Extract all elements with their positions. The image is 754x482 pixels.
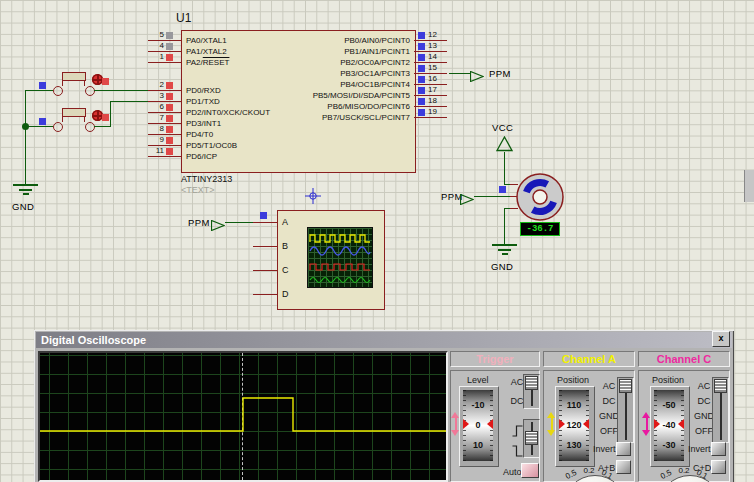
invert-button[interactable] [711,442,726,456]
channel-a-section: Channel A Position 100110120130 ACDCGNDO… [543,351,635,482]
graph-pin-label: C [282,265,289,275]
wheel-marker-right [678,419,684,429]
pin-state-indicator [166,82,173,89]
slider-knob[interactable] [714,379,727,393]
ppm-label: PPM [489,68,511,79]
pin-label: PB5/MOSI/DI/SDA/PCINT5 [286,91,410,100]
mini-trace-yellow [310,235,370,242]
chip-text-tag: <TEXT> [181,185,215,195]
channel-a-position-wheel[interactable]: 100110120130 [555,386,595,467]
pin-state-indicator [418,98,425,105]
button-cap[interactable] [62,72,86,81]
ground-bar [492,244,517,246]
button-cap[interactable] [62,108,86,117]
wheel-value: -30 [654,441,684,450]
ground-bar [498,249,511,251]
position-adjust-arrows[interactable] [642,412,651,436]
terminal-arrow-icon [470,71,484,82]
wheel-value: 130 [559,441,589,450]
pin-state-indicator [166,54,173,61]
invert-label: Invert [688,444,711,454]
channel-a-mode-slider[interactable] [617,377,634,443]
knob-value-label: 0.2 [580,466,598,475]
graph-pin-stub [253,294,277,295]
ppm-terminal[interactable] [211,217,225,235]
pin-state-indicator [166,115,173,122]
close-button[interactable]: x [712,331,730,347]
pin-state-indicator [166,32,173,39]
window-titlebar[interactable]: Digital Oscilloscope [36,332,732,348]
pin-label: PD6/ICP [186,152,217,161]
pin-state-indicator [418,32,425,39]
button-terminal [53,86,63,96]
level-adjust-arrows[interactable] [451,412,460,436]
wheel-marker-right [583,419,589,429]
pin-label: PB2/OC0A/PCINT2 [286,58,410,67]
knob-value-label: 0.2 [675,466,693,475]
ppm-label: PPM [188,217,210,228]
sum-button[interactable] [616,460,631,474]
pin-state-indicator [39,82,46,89]
oscilloscope-window: Digital Oscilloscope x Trigger Level -10… [34,330,734,482]
pin-label: PB0/AIN0/PCINT0 [286,36,410,45]
wire-junction-dot [22,123,29,130]
slider-knob[interactable] [525,431,538,445]
pin-state-indicator [102,114,109,121]
pin-number: 12 [428,30,452,39]
wire [110,101,111,127]
chip-refdes: U1 [176,11,191,25]
pin-state-indicator [166,126,173,133]
pin-label: PD4/T0 [186,130,213,139]
edge-slider[interactable] [523,419,540,458]
channel-c-section: Channel C Position -50-40-30 ACDCGNDOFF … [638,351,730,482]
pin-number: 4 [138,41,164,50]
mini-scope-screen [307,227,373,288]
invert-button[interactable] [616,442,631,456]
wire [25,90,53,91]
trigger-section: Trigger Level -10010 ACDC [450,351,540,482]
pin-state-indicator [102,78,109,85]
coupling-slider[interactable] [523,374,540,409]
graph-pin-stub [253,270,277,271]
position-label: Position [652,375,684,385]
pin-number: 17 [428,85,452,94]
graph-pin-stub [253,246,277,247]
ppm-terminal[interactable] [460,191,474,209]
ground-bar [13,184,38,186]
sum-button[interactable] [711,460,726,474]
rising-edge-icon[interactable] [512,423,523,441]
slider-knob[interactable] [525,376,538,390]
pin-number: 19 [428,107,452,116]
falling-edge-icon[interactable] [512,443,523,461]
channel-c-position-wheel[interactable]: -50-40-30 [650,386,690,467]
wire [94,126,111,127]
ground-bar [23,193,29,195]
trace-channel-a [40,398,446,431]
ground-bar [502,253,508,255]
auto-label: Auto [503,467,522,477]
vcc-arrow-icon [496,136,513,152]
terminal-arrow-icon [211,220,225,231]
wheel-value: 110 [559,401,589,410]
pin-number: 1 [138,52,164,61]
pin-label: PD5/T1/OC0B [186,141,237,150]
position-adjust-arrows[interactable] [547,412,556,436]
trigger-header: Trigger [450,351,540,367]
pin-state-indicator [39,118,46,125]
pin-number: 5 [138,30,164,39]
vcc-label: VCC [492,122,513,133]
pin-label: PB1/AIN1/PCINT1 [286,47,410,56]
pin-state-indicator [418,76,425,83]
pin-number: 16 [428,74,452,83]
channel-c-mode-slider[interactable] [712,377,729,443]
chip-part-name: ATTINY2313 [181,174,232,184]
slider-knob[interactable] [619,379,632,393]
trigger-level-wheel[interactable]: -10010 [459,386,499,467]
wire [225,222,253,223]
auto-button[interactable] [521,463,539,478]
pin-state-indicator [418,43,425,50]
channel-c-header: Channel C [638,351,730,367]
wire [504,208,505,245]
ppm-terminal[interactable] [470,68,484,86]
pin-stub [148,156,181,157]
